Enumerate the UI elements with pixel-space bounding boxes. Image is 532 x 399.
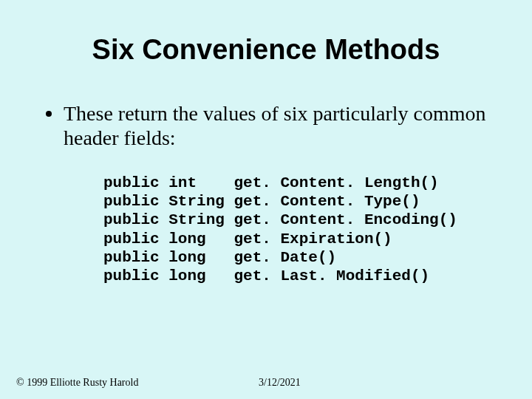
code-mod: public bbox=[103, 193, 160, 210]
code-name: get. Expiration() bbox=[233, 231, 392, 248]
slide-title: Six Convenience Methods bbox=[0, 0, 532, 66]
code-name: get. Date() bbox=[233, 249, 336, 266]
code-type: String bbox=[168, 211, 225, 228]
code-mod: public bbox=[103, 211, 160, 228]
code-type: long bbox=[168, 249, 205, 266]
code-row: public long get. Date() bbox=[103, 248, 532, 267]
code-row: public long get. Expiration() bbox=[103, 230, 532, 248]
bullet-dot-icon bbox=[46, 111, 52, 117]
code-name: get. Content. Length() bbox=[233, 174, 438, 191]
code-row: public String get. Content. Encoding() bbox=[103, 211, 532, 229]
code-type: long bbox=[168, 231, 205, 248]
code-row: public String get. Content. Type() bbox=[103, 192, 532, 211]
code-name: get. Last. Modified() bbox=[233, 267, 429, 284]
code-mod: public bbox=[103, 174, 160, 191]
code-name: get. Content. Type() bbox=[233, 193, 420, 210]
code-row: public int get. Content. Length() bbox=[103, 174, 532, 192]
code-mod: public bbox=[103, 249, 160, 266]
bullet-text: These return the values of six particula… bbox=[64, 101, 502, 150]
bullet-item: These return the values of six particula… bbox=[46, 101, 502, 150]
code-type: String bbox=[168, 193, 225, 210]
footer-copyright: © 1999 Elliotte Rusty Harold bbox=[16, 377, 138, 389]
code-type: int bbox=[168, 174, 197, 191]
code-row: public long get. Last. Modified() bbox=[103, 267, 532, 285]
code-block: public int get. Content. Length() public… bbox=[0, 174, 532, 285]
code-mod: public bbox=[103, 267, 160, 284]
footer-date: 3/12/2021 bbox=[259, 377, 301, 389]
code-type: long bbox=[168, 267, 205, 284]
code-mod: public bbox=[103, 231, 160, 248]
slide: Six Convenience Methods These return the… bbox=[0, 0, 532, 399]
bullet-list: These return the values of six particula… bbox=[0, 101, 532, 150]
code-name: get. Content. Encoding() bbox=[233, 211, 457, 228]
